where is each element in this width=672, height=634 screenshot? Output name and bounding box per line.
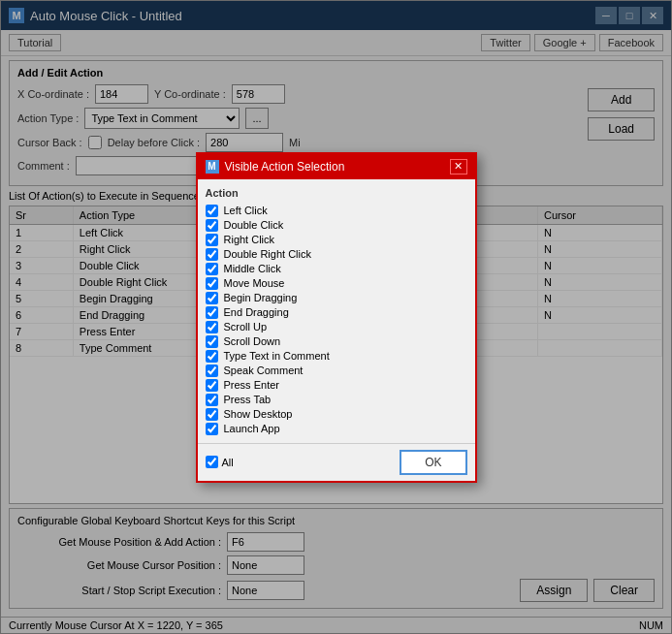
item-label: Scroll Down (224, 335, 281, 347)
modal-list-item: Speak Comment (206, 365, 467, 377)
item-checkbox[interactable] (206, 394, 218, 406)
modal-all-row: All (206, 456, 234, 468)
modal-dialog: M Visible Action Selection ✕ Action Left… (196, 152, 477, 483)
item-checkbox[interactable] (206, 219, 218, 232)
item-label: Middle Click (224, 263, 281, 274)
item-checkbox[interactable] (206, 306, 218, 319)
modal-title-bar: M Visible Action Selection ✕ (198, 154, 475, 179)
modal-list-item: Right Click (206, 234, 467, 246)
modal-list-item: Double Click (206, 219, 467, 232)
all-checkbox[interactable] (206, 456, 218, 468)
item-checkbox[interactable] (206, 350, 218, 363)
item-label: Move Mouse (224, 277, 285, 289)
modal-list-item: Middle Click (206, 263, 467, 275)
item-checkbox[interactable] (206, 248, 218, 261)
item-checkbox[interactable] (206, 263, 218, 275)
item-label: Speak Comment (224, 365, 304, 376)
item-checkbox[interactable] (206, 277, 218, 290)
modal-list-item: End Dragging (206, 306, 467, 319)
item-label: Scroll Up (224, 321, 268, 333)
item-checkbox[interactable] (206, 292, 218, 304)
modal-list-item: Begin Dragging (206, 292, 467, 304)
modal-list-item: Left Click (206, 205, 467, 217)
modal-list-item: Show Desktop (206, 408, 467, 421)
modal-list-item: Type Text in Comment (206, 350, 467, 363)
modal-overlay: M Visible Action Selection ✕ Action Left… (0, 0, 672, 634)
item-label: Left Click (224, 205, 268, 216)
item-checkbox[interactable] (206, 408, 218, 421)
modal-list-item: Scroll Up (206, 321, 467, 333)
item-label: Press Enter (224, 379, 279, 391)
modal-app-icon: M (206, 160, 219, 174)
modal-list-item: Move Mouse (206, 277, 467, 290)
item-checkbox[interactable] (206, 205, 218, 217)
modal-section-title: Action (206, 187, 467, 199)
modal-list-item: Double Right Click (206, 248, 467, 261)
modal-title: Visible Action Selection (225, 160, 345, 174)
ok-button[interactable]: OK (400, 450, 466, 475)
modal-footer: All OK (198, 443, 475, 481)
item-checkbox[interactable] (206, 423, 218, 435)
item-checkbox[interactable] (206, 234, 218, 246)
item-label: Press Tab (224, 394, 272, 405)
item-label: End Dragging (224, 306, 289, 318)
modal-list-item: Press Tab (206, 394, 467, 406)
item-label: Double Right Click (224, 248, 311, 260)
item-checkbox[interactable] (206, 379, 218, 392)
item-label: Show Desktop (224, 408, 293, 420)
item-label: Type Text in Comment (224, 350, 330, 362)
modal-list-item: Launch App (206, 423, 467, 435)
item-checkbox[interactable] (206, 365, 218, 377)
modal-title-left: M Visible Action Selection (206, 160, 345, 174)
item-checkbox[interactable] (206, 335, 218, 348)
item-label: Begin Dragging (224, 292, 298, 303)
modal-list-item: Press Enter (206, 379, 467, 392)
item-label: Launch App (224, 423, 280, 434)
modal-body: Action Left ClickDouble ClickRight Click… (198, 179, 475, 443)
modal-item-list: Left ClickDouble ClickRight ClickDouble … (206, 205, 467, 435)
item-checkbox[interactable] (206, 321, 218, 333)
modal-close-button[interactable]: ✕ (450, 159, 467, 174)
all-label: All (222, 457, 234, 468)
item-label: Double Click (224, 219, 284, 231)
item-label: Right Click (224, 234, 275, 245)
modal-list-item: Scroll Down (206, 335, 467, 348)
